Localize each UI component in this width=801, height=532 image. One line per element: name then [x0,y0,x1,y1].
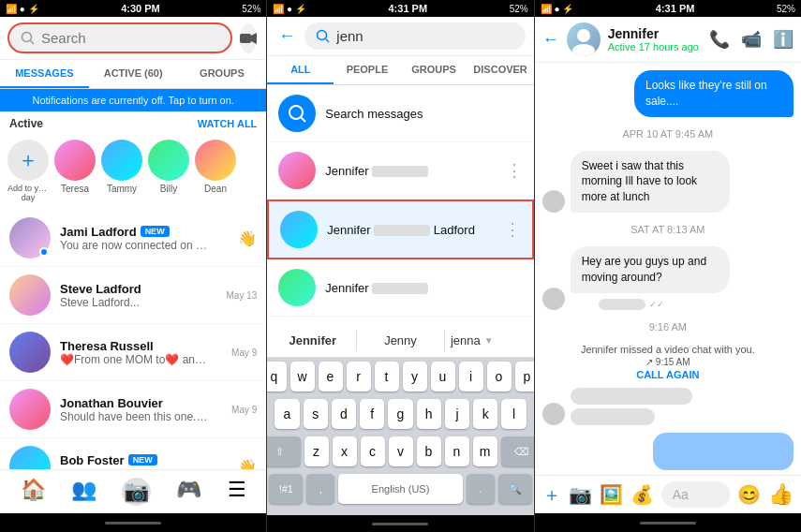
filter-discover[interactable]: DISCOVER [467,56,534,84]
key-d[interactable]: d [332,399,356,429]
back-button[interactable]: ← [274,22,299,50]
video-icon[interactable] [240,23,257,53]
home-icon[interactable]: 🏠 [21,478,46,506]
tab-groups[interactable]: GROUPS [178,60,267,88]
people-icon[interactable]: 👥 [71,478,96,506]
message-item-bob[interactable]: Bob Foster NEW You are now connected on … [0,438,266,469]
key-p[interactable]: p [515,362,535,392]
key-space[interactable]: English (US) [338,474,462,504]
key-k[interactable]: k [473,399,497,429]
message-item-jonathan[interactable]: Jonathan Bouvier Should have been this o… [0,381,266,438]
msg-body-steve: Steve Ladford Steve Ladford... [60,282,217,309]
voice-call-button[interactable]: 📞 [709,29,730,50]
notification-banner[interactable]: Notifications are currently off. Tap to … [0,89,266,111]
key-comma[interactable]: , [306,474,334,504]
key-a[interactable]: a [274,399,299,429]
missed-call-time: ↗ 9:15 AM [645,357,690,367]
keyboard-bottom-row: !#1 , English (US) . 🔍 [267,470,533,508]
suggestion-jenny[interactable]: Jenny [359,330,442,351]
key-y[interactable]: y [403,362,427,392]
key-g[interactable]: g [388,399,412,429]
camera-chat-button[interactable]: 📷 [569,483,592,506]
story-2[interactable]: Tammy [101,140,142,202]
jennifer-result-2[interactable]: Jennifer Ladford ⋮ [267,200,533,259]
filter-people[interactable]: PEOPLE [334,56,400,84]
message-item-steve[interactable]: Steve Ladford Steve Ladford... May 13 [0,267,266,324]
story-3[interactable]: Billy [148,140,189,202]
camera-icon[interactable]: 📷 [122,478,151,506]
key-e[interactable]: e [319,362,343,392]
info-button[interactable]: ℹ️ [773,29,794,50]
key-z[interactable]: z [304,436,329,466]
key-n[interactable]: n [445,436,469,466]
story-avatar-2[interactable] [101,140,142,181]
jennifer-result-3[interactable]: Jennifer [267,259,533,317]
story-avatar-3[interactable] [148,140,189,181]
key-t[interactable]: t [375,362,399,392]
search-input[interactable] [41,30,219,46]
video-call-button[interactable]: 📹 [741,29,762,50]
key-w[interactable]: w [290,362,315,392]
story-add[interactable]: ＋ Add to yourday [7,140,49,202]
photo-button[interactable]: 🖼️ [600,483,623,506]
jenn-search-box[interactable] [304,22,526,50]
message-input[interactable]: Aa [661,481,730,508]
games-icon[interactable]: 🎮 [176,478,201,506]
jennifer-group-result[interactable]: Jennifer, Min, Darlene, Tina, +26 [267,317,533,324]
more-options-2[interactable]: ⋮ [504,219,521,240]
story-4[interactable]: Dean [195,140,236,202]
like-button[interactable]: 👍 [768,482,794,507]
blurred-sent-1 [542,433,794,470]
emoji-button[interactable]: 😊 [737,483,761,506]
message-item-jami[interactable]: Jami Ladford NEW You are now connected o… [0,210,266,267]
key-m[interactable]: m [473,436,497,466]
key-backspace[interactable]: ⌫ [501,436,535,466]
search-messages-result[interactable]: Search messages [267,85,533,142]
story-1[interactable]: Teresa [54,140,96,202]
key-period[interactable]: . [467,474,495,504]
key-f[interactable]: f [360,399,384,429]
key-r[interactable]: r [347,362,371,392]
key-b[interactable]: b [417,436,441,466]
call-again-button[interactable]: CALL AGAIN [636,369,699,380]
search-messages-label: Search messages [325,107,522,121]
suggestion-jennifer[interactable]: Jennifer [271,330,354,351]
filter-all[interactable]: ALL [267,56,334,84]
key-x[interactable]: x [333,436,357,466]
key-search-enter[interactable]: 🔍 [498,474,532,504]
nav-gesture-1 [0,513,266,532]
add-story-btn[interactable]: ＋ [7,140,49,181]
key-q[interactable]: q [267,362,286,392]
filter-groups[interactable]: GROUPS [400,56,467,84]
search-box[interactable] [7,22,232,53]
add-attachment-button[interactable]: ＋ [542,482,561,508]
story-avatar-1[interactable] [54,140,96,181]
key-symbols[interactable]: !#1 [269,474,303,504]
key-o[interactable]: o [487,362,512,392]
key-v[interactable]: v [389,436,413,466]
key-s[interactable]: s [304,399,328,429]
key-j[interactable]: j [445,399,469,429]
message-item-theresa[interactable]: Theresa Russell ❤️From one MOM to❤️ anot… [0,324,266,381]
keyboard-suggestions-bar: Jennifer Jenny jenna ▼ [267,324,533,358]
watch-all-link[interactable]: WATCH ALL [198,118,258,129]
key-l[interactable]: l [501,399,526,429]
msg-avatar-jonathan [9,389,51,430]
story-avatar-4[interactable] [195,140,236,181]
suggestion-jenna[interactable]: jenna ▼ [447,330,530,351]
msg-text-jami: You are now connected on Messenger. [60,239,210,252]
key-c[interactable]: c [361,436,385,466]
tab-messages[interactable]: MESSAGES [0,60,89,88]
chat-back-button[interactable]: ← [542,30,559,50]
tab-active[interactable]: ACTIVE (60) [89,60,178,88]
jenn-search-input[interactable] [336,28,514,44]
menu-icon[interactable]: ☰ [228,478,246,506]
key-i[interactable]: i [459,362,483,392]
jennifer-result-1[interactable]: Jennifer ⋮ [267,142,533,200]
key-u[interactable]: u [431,362,455,392]
gif-button[interactable]: 💰 [630,483,654,506]
more-options-1[interactable]: ⋮ [506,160,523,181]
key-shift[interactable]: ⇧ [267,436,300,466]
key-h[interactable]: h [417,399,441,429]
svg-line-1 [31,40,35,44]
